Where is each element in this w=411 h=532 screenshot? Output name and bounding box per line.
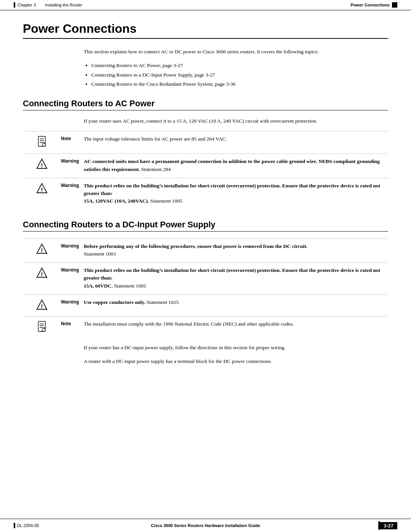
warning-content-3: Before performing any of the following p… bbox=[84, 243, 388, 258]
note-nec: Note The installation must comply with t… bbox=[23, 316, 388, 338]
warning-bold-4: This product relies on the building’s in… bbox=[84, 267, 380, 281]
page-number: 3-27 bbox=[380, 522, 397, 529]
warning-icon-4: ! bbox=[36, 267, 48, 279]
warning-icon-5: ! bbox=[36, 299, 48, 311]
note-label-2: Note bbox=[61, 320, 84, 326]
dc-footer-text2: A router with a DC-input power supply ha… bbox=[84, 358, 388, 365]
note-content-2: The installation must comply with the 19… bbox=[84, 320, 388, 328]
footer-left: OL-2056-05 bbox=[14, 523, 59, 528]
note-icon bbox=[37, 136, 47, 148]
svg-text:!: ! bbox=[41, 302, 43, 309]
warning-icon-col-5: ! bbox=[23, 299, 61, 312]
footer-guide-title: Cisco 3600 Series Routers Hardware Insta… bbox=[59, 523, 352, 528]
warning-label-2: Warning bbox=[61, 182, 84, 188]
note-icon-2 bbox=[37, 321, 47, 333]
page-header: Chapter 3 Installing the Router Power Co… bbox=[0, 0, 411, 10]
warning-icon-col-4: ! bbox=[23, 267, 61, 280]
warning-line2-bold-ac: 15A, 120VAC (10A, 240VAC). bbox=[84, 198, 149, 204]
header-right: Power Connections bbox=[350, 2, 397, 8]
bullet-item-3: Connecting Routers to the Cisco Redundan… bbox=[91, 80, 388, 88]
note-icon-col bbox=[23, 135, 61, 149]
warning-label-5: Warning bbox=[61, 299, 84, 305]
warning-icon-col-2: ! bbox=[23, 182, 61, 195]
warning-content-2: This product relies on the building’s in… bbox=[84, 182, 388, 205]
svg-text:!: ! bbox=[41, 162, 43, 168]
warning-overcurrent-dc: ! Warning This product relies on the bui… bbox=[23, 262, 388, 294]
warning-line2-normal-dc: Statement 1005 bbox=[113, 283, 146, 289]
note-text-1: The input voltage tolerance limits for A… bbox=[84, 136, 227, 142]
note-ac-voltage: Note The input voltage tolerance limits … bbox=[23, 131, 388, 153]
warning-normal-5: Statement 1025 bbox=[145, 299, 179, 305]
header-left: Chapter 3 Installing the Router bbox=[14, 2, 82, 8]
warning-bold-5: Use copper conductors only. bbox=[84, 299, 145, 305]
warning-icon-col-1: ! bbox=[23, 158, 61, 171]
warning-label-1: Warning bbox=[61, 158, 84, 164]
bullet-item-1: Connecting Routers to AC Power, page 3-2… bbox=[91, 62, 388, 69]
svg-text:!: ! bbox=[41, 246, 43, 253]
warning-overcurrent-ac: ! Warning This product relies on the bui… bbox=[23, 178, 388, 209]
bullet-item-2: Connecting Routers to a DC-Input Power S… bbox=[91, 71, 388, 79]
warning-bold-1: AC connected units must have a permanent… bbox=[84, 158, 380, 172]
footer-bar-left bbox=[14, 523, 15, 528]
main-content: Power Connections This section explains … bbox=[0, 10, 411, 413]
footer-right: 3-27 bbox=[352, 521, 397, 530]
chapter-title-sep bbox=[38, 3, 43, 7]
warning-label-3: Warning bbox=[61, 243, 84, 249]
page-footer: OL-2056-05 Cisco 3600 Series Routers Har… bbox=[0, 519, 411, 532]
chapter-label: Chapter 3 bbox=[18, 3, 36, 7]
header-section-title: Power Connections bbox=[350, 3, 390, 7]
svg-text:!: ! bbox=[41, 271, 43, 277]
warning-label-4: Warning bbox=[61, 267, 84, 273]
section1-heading: Connecting Routers to AC Power bbox=[23, 99, 388, 110]
warning-normal-1: Statement 284 bbox=[140, 166, 171, 172]
dc-footer-text1: If your router has a DC-input power supp… bbox=[84, 344, 388, 351]
warning-bold-2: This product relies on the building’s in… bbox=[84, 183, 380, 196]
section1-body: If your router uses AC power, connect it… bbox=[84, 117, 388, 125]
note-icon-col-2 bbox=[23, 320, 61, 334]
chapter-title: Installing the Router bbox=[45, 3, 83, 7]
intro-bullet-list: Connecting Routers to AC Power, page 3-2… bbox=[91, 62, 388, 88]
header-right-bar bbox=[392, 2, 397, 8]
warning-content-5: Use copper conductors only. Statement 10… bbox=[84, 299, 388, 306]
svg-text:!: ! bbox=[41, 186, 43, 192]
doc-number: OL-2056-05 bbox=[17, 523, 39, 528]
warning-copper-conductors: ! Warning Use copper conductors only. St… bbox=[23, 294, 388, 315]
section2-heading: Connecting Routers to a DC-Input Power S… bbox=[23, 220, 388, 232]
warning-content-4: This product relies on the building’s in… bbox=[84, 267, 388, 290]
warning-ground: ! Warning AC connected units must have a… bbox=[23, 153, 388, 177]
warning-line2-normal-ac: Statement 1005 bbox=[149, 198, 182, 204]
note-content-1: The input voltage tolerance limits for A… bbox=[84, 135, 388, 143]
note-label-1: Note bbox=[61, 135, 84, 141]
warning-dc-power-removed: ! Warning Before performing any of the f… bbox=[23, 238, 388, 262]
warning-icon-1: ! bbox=[36, 158, 48, 170]
warning-content-1: AC connected units must have a permanent… bbox=[84, 158, 388, 173]
header-bar bbox=[14, 2, 15, 8]
warning-icon-col-3: ! bbox=[23, 243, 61, 256]
warning-line2-bold-dc: 15A, 60VDC. bbox=[84, 283, 113, 289]
page-title: Power Connections bbox=[23, 22, 388, 39]
warning-icon-3: ! bbox=[36, 243, 48, 255]
warning-bold-3: Before performing any of the following p… bbox=[84, 243, 307, 249]
warning-normal-3: Statement 1003 bbox=[84, 251, 116, 257]
warning-icon-2: ! bbox=[36, 183, 48, 194]
intro-paragraph: This section explains how to connect AC … bbox=[84, 48, 388, 56]
